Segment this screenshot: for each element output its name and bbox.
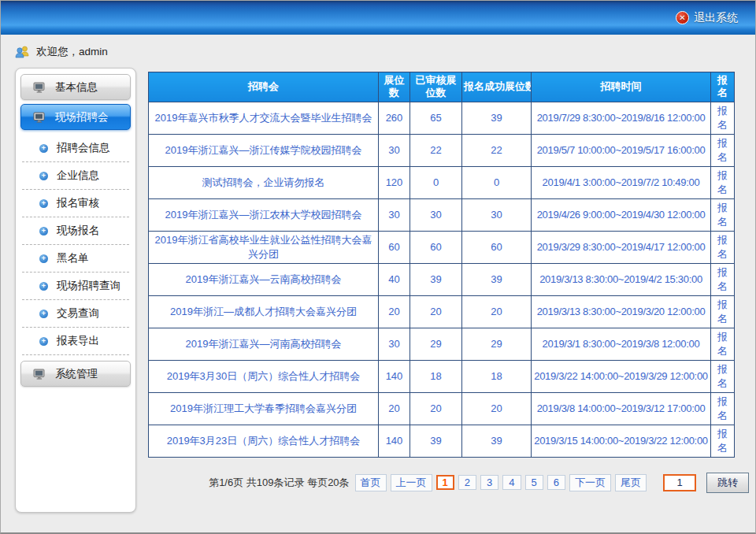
- sidebar-item-onsite-registration[interactable]: + 现场报名: [22, 217, 129, 245]
- jump-page-input[interactable]: [663, 474, 696, 491]
- registered-count: 0: [462, 166, 532, 198]
- approved-count: 0: [410, 166, 462, 198]
- sidebar-item-basic-info[interactable]: 基本信息: [20, 74, 131, 100]
- page-number-3[interactable]: 3: [480, 475, 498, 490]
- plus-icon: +: [39, 254, 48, 263]
- register-link[interactable]: 报名: [711, 231, 735, 263]
- fair-name: 2019年浙江嘉兴—浙江农林大学校园招聘会: [149, 198, 379, 231]
- col-header-register: 报名: [711, 72, 735, 102]
- page-number-2[interactable]: 2: [458, 475, 476, 490]
- col-header-approved-booths: 已审核展位数: [410, 72, 462, 102]
- register-link[interactable]: 报名: [711, 102, 735, 134]
- submenu-label: 交易查询: [57, 306, 99, 321]
- recruit-time: 2019/4/26 9:00:00~2019/4/30 12:00:00: [532, 198, 711, 231]
- booth-count: 120: [379, 166, 410, 198]
- recruit-time: 2019/3/29 8:30:00~2019/4/17 12:00:00: [532, 231, 711, 263]
- sidebar-item-onsite-job-fair[interactable]: 现场招聘会: [20, 104, 131, 130]
- register-link[interactable]: 报名: [711, 166, 735, 198]
- recruit-time: 2019/4/1 3:00:00~2019/7/2 10:49:00: [532, 166, 711, 198]
- register-link[interactable]: 报名: [711, 263, 735, 295]
- booth-count: 30: [379, 328, 410, 360]
- recruit-time: 2019/3/1 8:30:00~2019/3/8 12:00:00: [532, 328, 711, 360]
- approved-count: 18: [410, 360, 462, 392]
- jump-button[interactable]: 跳转: [706, 473, 749, 493]
- register-link[interactable]: 报名: [711, 360, 735, 392]
- register-link[interactable]: 报名: [711, 328, 735, 360]
- next-page-button[interactable]: 下一页: [569, 474, 611, 491]
- page-number-4[interactable]: 4: [502, 475, 521, 490]
- page-number-5[interactable]: 5: [525, 475, 543, 490]
- recruit-time: 2019/3/13 8:30:00~2019/3/20 12:00:00: [532, 295, 711, 328]
- sidebar-item-label: 系统管理: [55, 367, 98, 381]
- registered-count: 22: [462, 134, 532, 166]
- booth-count: 20: [379, 295, 410, 328]
- register-link[interactable]: 报名: [711, 392, 735, 425]
- fair-name: 2019年浙江省高校毕业生就业公益性招聘大会嘉兴分团: [149, 231, 379, 263]
- submenu-label: 黑名单: [57, 251, 89, 265]
- plus-icon: +: [39, 172, 48, 180]
- fair-name: 2019年浙江理工大学春季招聘会嘉兴分团: [149, 392, 379, 425]
- table-row: 2019年浙江嘉兴—浙江传媒学院校园招聘会 30 22 22 2019/5/7 …: [149, 134, 735, 166]
- plus-icon: +: [39, 310, 48, 318]
- sidebar: 基本信息 现场招聘会 + 招聘会信息 + 企业信息 + 报名审核: [15, 68, 136, 513]
- approved-count: 30: [410, 198, 462, 231]
- submenu-label: 报名审核: [57, 196, 99, 210]
- sidebar-item-report-export[interactable]: + 报表导出: [22, 328, 129, 355]
- welcome-bar: 欢迎您，admin: [1, 35, 755, 59]
- table-row: 2019年3月30日（周六）综合性人才招聘会 140 18 18 2019/3/…: [149, 360, 735, 392]
- sidebar-item-company-info[interactable]: + 企业信息: [22, 162, 129, 190]
- page-number-6[interactable]: 6: [547, 475, 565, 490]
- monitor-icon: [33, 82, 46, 93]
- booth-count: 30: [379, 134, 410, 166]
- last-page-button[interactable]: 尾页: [615, 474, 647, 491]
- booth-count: 60: [379, 231, 410, 263]
- pagination-summary: 第1/6页 共109条记录 每页20条: [209, 476, 349, 490]
- plus-icon: +: [39, 227, 48, 235]
- table-row: 2019年浙江嘉兴—浙江农林大学校园招聘会 30 30 30 2019/4/26…: [149, 198, 735, 231]
- register-link[interactable]: 报名: [711, 425, 735, 457]
- page-number-1[interactable]: 1: [436, 475, 454, 490]
- recruit-time: 2019/3/22 14:00:00~2019/3/29 12:00:00: [532, 360, 711, 392]
- registered-count: 29: [462, 328, 532, 360]
- submenu-label: 现场招聘查询: [57, 279, 120, 293]
- recruit-time: 2019/3/8 14:00:00~2019/3/12 17:00:00: [532, 392, 711, 425]
- logout-button[interactable]: ✕ 退出系统: [676, 11, 738, 25]
- sidebar-item-onsite-recruit-query[interactable]: + 现场招聘查询: [22, 273, 129, 300]
- register-link[interactable]: 报名: [711, 198, 735, 231]
- approved-count: 39: [410, 263, 462, 295]
- prev-page-button[interactable]: 上一页: [391, 474, 432, 491]
- approved-count: 22: [410, 134, 462, 166]
- registered-count: 39: [462, 263, 532, 295]
- plus-icon: +: [39, 144, 48, 153]
- sidebar-item-transaction-query[interactable]: + 交易查询: [22, 300, 129, 328]
- fair-name: 2019年浙江嘉兴—河南高校招聘会: [149, 328, 379, 360]
- sidebar-item-job-fair-info[interactable]: + 招聘会信息: [22, 135, 129, 162]
- plus-icon: +: [39, 282, 48, 291]
- fair-name: 2019年浙江嘉兴—云南高校招聘会: [149, 263, 379, 295]
- table-row: 2019年浙江嘉兴—河南高校招聘会 30 29 29 2019/3/1 8:30…: [149, 328, 735, 360]
- register-link[interactable]: 报名: [711, 134, 735, 166]
- table-row: 2019年浙江理工大学春季招聘会嘉兴分团 20 20 20 2019/3/8 1…: [149, 392, 735, 425]
- monitor-icon: [33, 369, 46, 380]
- sidebar-item-registration-review[interactable]: + 报名审核: [22, 190, 129, 217]
- sidebar-item-system-management[interactable]: 系统管理: [20, 361, 131, 387]
- logout-x-icon: ✕: [676, 11, 689, 24]
- registered-count: 60: [462, 231, 532, 263]
- sidebar-item-blacklist[interactable]: + 黑名单: [22, 245, 129, 273]
- register-link[interactable]: 报名: [711, 295, 735, 328]
- booth-count: 140: [379, 425, 410, 457]
- sidebar-item-label: 基本信息: [55, 80, 98, 95]
- submenu-label: 招聘会信息: [57, 141, 110, 155]
- welcome-text: 欢迎您，admin: [36, 45, 108, 59]
- registered-count: 39: [462, 425, 532, 457]
- submenu-label: 企业信息: [57, 169, 99, 183]
- first-page-button[interactable]: 首页: [355, 474, 387, 491]
- booth-count: 260: [379, 102, 410, 134]
- registered-count: 39: [462, 102, 532, 134]
- approved-count: 29: [410, 328, 462, 360]
- booth-count: 30: [379, 198, 410, 231]
- content-area: 基本信息 现场招聘会 + 招聘会信息 + 企业信息 + 报名审核: [1, 59, 755, 513]
- fair-name: 2019年浙江—成都人才招聘大会嘉兴分团: [149, 295, 379, 328]
- approved-count: 39: [410, 425, 462, 457]
- registered-count: 18: [462, 360, 532, 392]
